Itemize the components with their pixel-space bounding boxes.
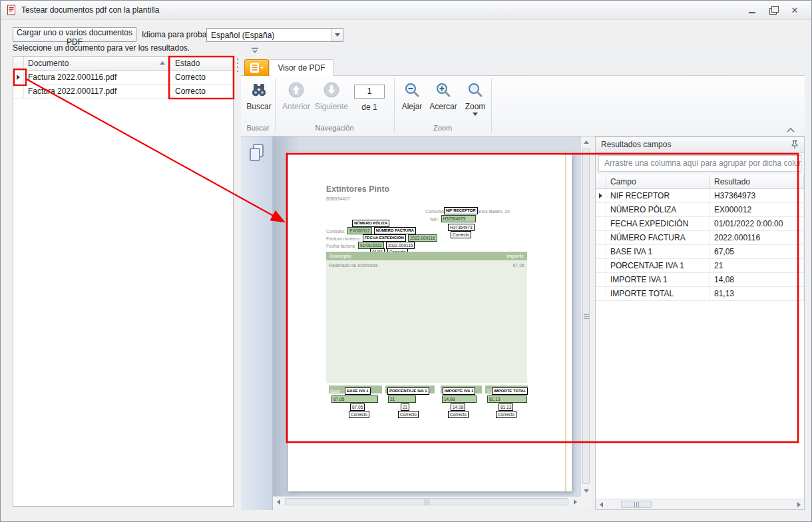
- group-by-band[interactable]: Arrastre una columna aquí para agrupar p…: [596, 152, 804, 174]
- resultado-cell: H37364973: [710, 189, 804, 202]
- siguiente-button-label: Siguiente: [315, 102, 348, 111]
- restore-icon[interactable]: [769, 6, 778, 14]
- status-box: Correcto: [398, 411, 419, 418]
- zoom-dropdown-button[interactable]: Zoom: [461, 77, 490, 120]
- result-row[interactable]: IMPORTE IVA 1 14,08: [596, 273, 804, 287]
- result-row[interactable]: PORCENTAJE IVA 1 21: [596, 259, 804, 273]
- group-caption-navegacion: Navegación: [275, 124, 394, 134]
- pdf-app-icon: [6, 5, 17, 15]
- tab-visor-de-pdf[interactable]: Visor de PDF: [270, 59, 333, 76]
- anterior-button-label: Anterior: [282, 102, 310, 111]
- horizontal-scroll-thumb[interactable]: [621, 501, 652, 508]
- column-header-resultado[interactable]: Resultado: [710, 174, 804, 188]
- invoice-table-body: Rellenado de extintores 67,05: [326, 260, 527, 383]
- copy-pages-icon[interactable]: [248, 143, 266, 164]
- nif-label: NIF:: [430, 217, 439, 222]
- row-indicator-cell: [596, 273, 606, 286]
- nif-highlight: H37364973: [441, 215, 476, 222]
- scroll-right-icon[interactable]: [793, 499, 804, 510]
- title-bar: Testear documentos pdf con la plantilla …: [1, 1, 811, 20]
- buscar-button-label: Buscar: [246, 102, 271, 111]
- scroll-down-icon[interactable]: [581, 485, 592, 496]
- concepto-header: Concepto: [329, 254, 351, 258]
- ribbon-toggle-icon[interactable]: [251, 47, 259, 56]
- results-panel: Resultados campos Arrastre una columna a…: [595, 136, 805, 510]
- window-controls: ✕: [747, 6, 806, 14]
- invoice-line-description: Rellenado de extintores: [329, 263, 378, 268]
- application-menu-button[interactable]: [244, 59, 269, 76]
- zoom-out-icon: [403, 81, 421, 99]
- column-header-estado-label: Estado: [175, 59, 200, 68]
- scroll-right-icon[interactable]: [570, 497, 580, 507]
- viewer-horizontal-scrollbar[interactable]: [273, 496, 580, 507]
- status-box: Correcto: [448, 411, 469, 418]
- row-indicator-cell: [13, 85, 24, 98]
- document-row[interactable]: Factura 2022.000116.pdf Correcto: [13, 71, 233, 85]
- acercar-button[interactable]: Zoom Acercar: [427, 77, 459, 120]
- campo-cell: NÚMERO FACTURA: [606, 231, 710, 244]
- panel-splitter[interactable]: [235, 56, 240, 507]
- result-row[interactable]: IMPORTE TOTAL 81,13: [596, 287, 804, 301]
- recipient-text: Comunid: [425, 209, 444, 214]
- campo-cell: IMPORTE IVA 1: [606, 273, 710, 286]
- document-name-cell: Factura 2022.000116.pdf: [24, 71, 171, 84]
- result-row[interactable]: BASE IVA 1 67,05: [596, 245, 804, 259]
- select-document-hint: Seleccione un documento para ver los res…: [13, 43, 190, 53]
- resultado-cell: 01/01/2022 0:00:00: [710, 217, 804, 230]
- campo-cell: NIF RECEPTOR: [606, 189, 710, 202]
- ribbon-tab-row: Visor de PDF: [241, 59, 805, 76]
- resultado-cell: 21: [710, 259, 804, 272]
- row-indicator-cell: [596, 217, 606, 230]
- result-row[interactable]: FECHA EXPEDICIÓN 01/01/2022 0:00:00: [596, 217, 804, 231]
- pin-icon[interactable]: [791, 140, 799, 149]
- collapse-ribbon-icon[interactable]: [787, 125, 795, 134]
- alejar-button[interactable]: Alejar: [397, 77, 427, 120]
- row-indicator-cell: [596, 189, 606, 202]
- language-combobox[interactable]: Español (España): [206, 28, 343, 42]
- language-value: Español (España): [207, 31, 331, 40]
- siguiente-button[interactable]: Siguiente: [313, 77, 350, 120]
- minimize-icon[interactable]: [747, 6, 757, 14]
- language-label: Idioma para probar:: [142, 30, 212, 39]
- column-header-documento-label: Documento: [28, 59, 69, 68]
- document-row[interactable]: Factura 2022.000117.pdf Correcto: [13, 85, 233, 99]
- scroll-left-icon[interactable]: [273, 497, 284, 507]
- results-grid-header: Campo Resultado: [596, 174, 804, 189]
- result-row[interactable]: NIF RECEPTOR H37364973: [596, 189, 804, 203]
- band-base-text: Base: [329, 389, 340, 393]
- resultado-cell: 81,13: [710, 287, 804, 300]
- group-caption-buscar: Buscar: [241, 124, 275, 134]
- row-indicator-cell: [596, 245, 606, 258]
- invoice-table-header: Concepto Importe: [326, 252, 527, 260]
- column-header-campo[interactable]: Campo: [606, 174, 710, 188]
- page-number-input[interactable]: 1: [354, 85, 385, 99]
- vertical-scroll-thumb[interactable]: [582, 148, 590, 484]
- horizontal-scroll-thumb[interactable]: [285, 498, 568, 505]
- row-indicator-cell: [596, 259, 606, 272]
- chevron-down-icon[interactable]: [331, 29, 343, 41]
- page-count-label: de 1: [354, 103, 385, 112]
- status-box: Correcto: [496, 411, 516, 418]
- indicator-column-header: [596, 174, 606, 188]
- results-horizontal-scrollbar[interactable]: [596, 499, 804, 509]
- acercar-button-label: Acercar: [429, 102, 457, 111]
- document-status-cell: Correcto: [171, 71, 233, 84]
- result-row[interactable]: NÚMERO FACTURA 2022.000116: [596, 231, 804, 245]
- close-icon[interactable]: ✕: [790, 6, 799, 14]
- row-indicator-cell: [596, 287, 606, 300]
- row-selector-icon: [599, 193, 602, 198]
- campo-cell: IMPORTE TOTAL: [606, 287, 710, 300]
- sort-ascending-icon: [160, 61, 165, 65]
- viewer-vertical-scrollbar[interactable]: [580, 136, 591, 496]
- result-row[interactable]: NÚMERO PÓLIZA EX000012: [596, 203, 804, 217]
- load-documents-button[interactable]: Cargar uno o varios documentos PDF: [13, 27, 136, 42]
- documents-grid: Documento Estado Factura 2022.000116.pdf…: [13, 56, 234, 507]
- group-caption-zoom: Zoom: [394, 124, 491, 134]
- column-header-estado[interactable]: Estado: [171, 57, 233, 70]
- scroll-up-icon[interactable]: [581, 136, 592, 147]
- scroll-left-icon[interactable]: [596, 499, 606, 510]
- pdf-ribbon: Visor de PDF Buscar Anterior: [241, 43, 805, 136]
- buscar-button[interactable]: Buscar: [244, 77, 274, 120]
- anterior-button[interactable]: Anterior: [280, 77, 313, 120]
- column-header-documento[interactable]: Documento: [24, 57, 171, 70]
